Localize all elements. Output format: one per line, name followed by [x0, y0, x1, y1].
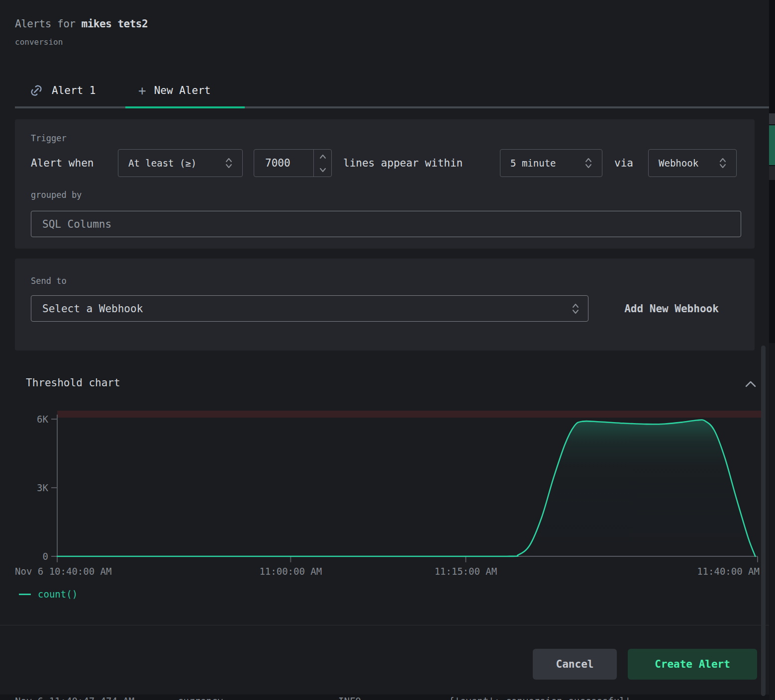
app-background: Alerts for mikes tets2 conversion Alert … — [0, 0, 775, 700]
threshold-chart: 03K6KNov 6 10:40:00 AM11:00:00 AM11:15:0… — [15, 404, 761, 578]
svg-text:6K: 6K — [37, 414, 48, 425]
tabs-underline-active — [125, 106, 245, 108]
spinner-down-icon[interactable] — [314, 163, 331, 176]
alert-settings-modal: Alerts for mikes tets2 conversion Alert … — [0, 0, 769, 695]
modal-scrollbar[interactable] — [761, 346, 766, 696]
create-alert-button[interactable]: Create Alert — [628, 649, 757, 680]
webhook-select-placeholder: Select a Webhook — [42, 303, 143, 315]
plus-icon: + — [138, 84, 146, 97]
send-to-panel: Send to Select a Webhook Add New Webhook — [15, 259, 755, 350]
lines-within-label: lines appear within — [343, 149, 463, 177]
window-select[interactable]: 5 minute — [500, 149, 602, 177]
background-page-edge — [769, 0, 775, 700]
svg-text:3K: 3K — [37, 482, 48, 493]
background-log-row: Nov 6 11:40:47.474 AM currency INFO {'ev… — [0, 695, 769, 700]
trigger-panel: Trigger Alert when At least (≥) — [15, 119, 755, 249]
condition-select-value: At least (≥) — [128, 158, 196, 169]
chevron-updown-icon — [225, 157, 232, 170]
log-level: INFO — [338, 696, 361, 700]
alert-when-label: Alert when — [31, 149, 94, 177]
spinner-up-icon[interactable] — [314, 150, 331, 163]
legend-line-swatch — [19, 594, 31, 595]
modal-title-prefix: Alerts for — [15, 18, 82, 30]
tab-new-alert[interactable]: + New Alert — [138, 75, 233, 106]
modal-title: Alerts for mikes tets2 — [15, 18, 148, 30]
threshold-number-field — [254, 149, 332, 177]
via-label: via — [614, 149, 633, 177]
cancel-button[interactable]: Cancel — [533, 649, 617, 680]
number-spinner — [313, 150, 331, 176]
tab-alert-1-label: Alert 1 — [52, 85, 96, 96]
threshold-chart-title: Threshold chart — [26, 377, 120, 389]
background-edge-fragment — [769, 113, 775, 124]
window-select-value: 5 minute — [510, 158, 556, 169]
group-by-input[interactable] — [31, 211, 741, 237]
modal-title-source-name: mikes tets2 — [82, 18, 148, 30]
send-to-section-label: Send to — [31, 276, 67, 286]
webhook-select[interactable]: Select a Webhook — [31, 295, 588, 322]
chevron-updown-icon — [572, 302, 579, 315]
svg-text:11:15:00 AM: 11:15:00 AM — [434, 566, 497, 577]
grouped-by-label: grouped by — [31, 190, 82, 200]
background-edge-chart-fragment — [769, 125, 775, 165]
tab-alert-1[interactable]: Alert 1 — [29, 75, 113, 106]
log-timestamp: Nov 6 11:40:47.474 AM — [15, 696, 134, 700]
trigger-section-label: Trigger — [31, 133, 67, 143]
chart-legend[interactable]: count() — [19, 589, 78, 600]
channel-select[interactable]: Webhook — [648, 149, 737, 177]
condition-select[interactable]: At least (≥) — [118, 149, 243, 177]
footer-divider — [0, 625, 769, 625]
channel-select-value: Webhook — [659, 158, 698, 169]
tab-new-alert-label: New Alert — [154, 85, 211, 96]
legend-series-label: count() — [38, 589, 78, 600]
chevron-updown-icon — [585, 157, 592, 170]
svg-text:0: 0 — [43, 551, 48, 562]
link-icon — [29, 83, 44, 98]
threshold-input[interactable] — [254, 150, 313, 176]
svg-text:11:40:00 AM: 11:40:00 AM — [697, 566, 760, 577]
modal-subtitle: conversion — [15, 37, 63, 47]
background-edge-fragment — [769, 343, 775, 700]
add-new-webhook-button[interactable]: Add New Webhook — [602, 295, 741, 322]
background-edge-fragment — [769, 166, 775, 180]
svg-text:11:00:00 AM: 11:00:00 AM — [259, 566, 322, 577]
collapse-chart-icon[interactable] — [744, 378, 757, 391]
svg-text:Nov 6 10:40:00 AM: Nov 6 10:40:00 AM — [15, 566, 111, 577]
chevron-updown-icon — [719, 157, 726, 170]
log-body: {'event': conversion successful' — [449, 696, 631, 700]
log-service: currency — [178, 696, 223, 700]
